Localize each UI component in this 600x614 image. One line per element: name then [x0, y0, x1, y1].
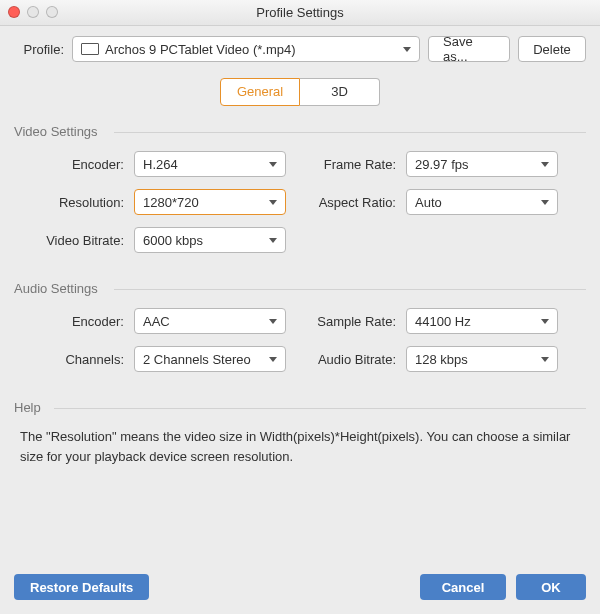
audio-encoder-label: Encoder:	[14, 314, 134, 329]
sample-rate-select[interactable]: 44100 Hz	[406, 308, 558, 334]
chevron-down-icon	[541, 319, 549, 324]
audio-encoder-value: AAC	[143, 314, 170, 329]
delete-button[interactable]: Delete	[518, 36, 586, 62]
chevron-down-icon	[541, 357, 549, 362]
cancel-button[interactable]: Cancel	[420, 574, 506, 600]
chevron-down-icon	[541, 162, 549, 167]
channels-select[interactable]: 2 Channels Stereo	[134, 346, 286, 372]
audio-settings-group: Audio Settings Encoder: AAC Sample Rate:…	[14, 281, 586, 372]
help-group: Help The "Resolution" means the video si…	[14, 400, 586, 466]
chevron-down-icon	[269, 238, 277, 243]
video-encoder-label: Encoder:	[14, 157, 134, 172]
audio-settings-title: Audio Settings	[14, 281, 586, 296]
sample-rate-value: 44100 Hz	[415, 314, 471, 329]
audio-bitrate-label: Audio Bitrate:	[286, 352, 406, 367]
footer: Restore Defaults Cancel OK	[14, 574, 586, 600]
profile-selected: Archos 9 PCTablet Video (*.mp4)	[105, 42, 296, 57]
ok-button[interactable]: OK	[516, 574, 586, 600]
audio-bitrate-value: 128 kbps	[415, 352, 468, 367]
content: Profile: Archos 9 PCTablet Video (*.mp4)…	[0, 26, 600, 614]
chevron-down-icon	[403, 47, 411, 52]
zoom-window-button[interactable]	[46, 6, 58, 18]
tab-general[interactable]: General	[220, 78, 300, 106]
frame-rate-value: 29.97 fps	[415, 157, 469, 172]
chevron-down-icon	[269, 200, 277, 205]
video-bitrate-value: 6000 kbps	[143, 233, 203, 248]
window-title: Profile Settings	[256, 5, 343, 20]
chevron-down-icon	[269, 357, 277, 362]
window-controls	[8, 6, 58, 18]
channels-value: 2 Channels Stereo	[143, 352, 251, 367]
resolution-label: Resolution:	[14, 195, 134, 210]
resolution-select[interactable]: 1280*720	[134, 189, 286, 215]
resolution-value: 1280*720	[143, 195, 199, 210]
tabs: General 3D	[14, 78, 586, 106]
audio-bitrate-select[interactable]: 128 kbps	[406, 346, 558, 372]
channels-label: Channels:	[14, 352, 134, 367]
minimize-window-button[interactable]	[27, 6, 39, 18]
aspect-ratio-label: Aspect Ratio:	[286, 195, 406, 210]
save-as-button[interactable]: Save as...	[428, 36, 510, 62]
aspect-ratio-select[interactable]: Auto	[406, 189, 558, 215]
device-icon	[81, 43, 99, 55]
video-encoder-select[interactable]: H.264	[134, 151, 286, 177]
chevron-down-icon	[269, 319, 277, 324]
close-window-button[interactable]	[8, 6, 20, 18]
profile-label: Profile:	[14, 42, 64, 57]
restore-defaults-button[interactable]: Restore Defaults	[14, 574, 149, 600]
video-bitrate-select[interactable]: 6000 kbps	[134, 227, 286, 253]
video-settings-group: Video Settings Encoder: H.264 Frame Rate…	[14, 124, 586, 253]
chevron-down-icon	[269, 162, 277, 167]
titlebar: Profile Settings	[0, 0, 600, 26]
profile-row: Profile: Archos 9 PCTablet Video (*.mp4)…	[14, 36, 586, 62]
audio-encoder-select[interactable]: AAC	[134, 308, 286, 334]
chevron-down-icon	[541, 200, 549, 205]
help-title: Help	[14, 400, 586, 415]
video-settings-title: Video Settings	[14, 124, 586, 139]
frame-rate-label: Frame Rate:	[286, 157, 406, 172]
tab-3d[interactable]: 3D	[300, 78, 380, 106]
aspect-ratio-value: Auto	[415, 195, 442, 210]
help-text: The "Resolution" means the video size in…	[14, 427, 586, 466]
video-encoder-value: H.264	[143, 157, 178, 172]
video-bitrate-label: Video Bitrate:	[14, 233, 134, 248]
sample-rate-label: Sample Rate:	[286, 314, 406, 329]
frame-rate-select[interactable]: 29.97 fps	[406, 151, 558, 177]
profile-select[interactable]: Archos 9 PCTablet Video (*.mp4)	[72, 36, 420, 62]
